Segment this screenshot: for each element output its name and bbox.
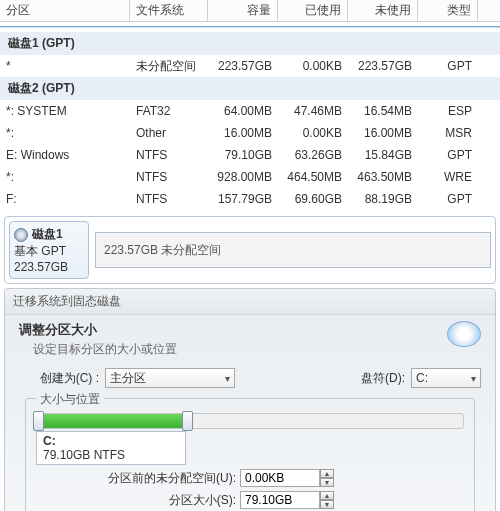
col-fs[interactable]: 文件系统 <box>130 0 208 21</box>
slider-handle-left[interactable] <box>33 411 44 431</box>
cell-p: *: SYSTEM <box>0 101 130 121</box>
cell-type: MSR <box>418 123 478 143</box>
cell-p: * <box>0 56 130 76</box>
col-partition[interactable]: 分区 <box>0 0 130 21</box>
table-row[interactable]: F:NTFS157.79GB69.60GB88.19GBGPT <box>0 188 500 210</box>
cell-fs: NTFS <box>130 145 208 165</box>
cell-p: F: <box>0 189 130 209</box>
fieldset-legend: 大小与位置 <box>36 391 104 408</box>
cell-type: GPT <box>418 145 478 165</box>
cell-type: GPT <box>418 56 478 76</box>
cell-free: 16.00MB <box>348 123 418 143</box>
divider <box>0 26 500 28</box>
wizard-icon <box>447 321 481 347</box>
table-row[interactable]: E: WindowsNTFS79.10GB63.26GB15.84GBGPT <box>0 144 500 166</box>
table-row[interactable]: *未分配空间223.57GB0.00KB223.57GBGPT <box>0 55 500 77</box>
partition-info: 79.10GB NTFS <box>43 448 179 462</box>
disk-name: 磁盘1 <box>32 226 63 243</box>
cell-fs: FAT32 <box>130 101 208 121</box>
cell-free: 223.57GB <box>348 56 418 76</box>
size-slider-track[interactable] <box>36 413 464 429</box>
slider-handle-right[interactable] <box>182 411 193 431</box>
before-label: 分区前的未分配空间(U): <box>96 470 236 487</box>
cell-cap: 79.10GB <box>208 145 278 165</box>
drive-label: 盘符(D): <box>355 370 405 387</box>
cell-p: E: Windows <box>0 145 130 165</box>
col-type[interactable]: 类型 <box>418 0 478 21</box>
cell-fs: NTFS <box>130 189 208 209</box>
cell-free: 15.84GB <box>348 145 418 165</box>
disk-visual-panel: 磁盘1 基本 GPT 223.57GB 223.57GB 未分配空间 <box>4 216 496 284</box>
cell-used: 0.00KB <box>278 56 348 76</box>
cell-cap: 928.00MB <box>208 167 278 187</box>
col-free[interactable]: 未使用 <box>348 0 418 21</box>
disk-unallocated-bar[interactable]: 223.57GB 未分配空间 <box>95 232 491 268</box>
cell-fs: Other <box>130 123 208 143</box>
wizard-heading: 调整分区大小 <box>19 321 447 339</box>
cell-used: 69.60GB <box>278 189 348 209</box>
wizard-header: 调整分区大小 设定目标分区的大小或位置 <box>19 321 481 358</box>
create-as-row: 创建为(C) : 主分区 盘符(D): C: <box>39 368 481 388</box>
cell-fs: 未分配空间 <box>130 55 208 78</box>
cell-cap: 64.00MB <box>208 101 278 121</box>
cell-cap: 157.79GB <box>208 189 278 209</box>
cell-free: 16.54MB <box>348 101 418 121</box>
table-row[interactable]: *:NTFS928.00MB464.50MB463.50MBWRE <box>0 166 500 188</box>
size-spinner[interactable]: ▲▼ <box>320 491 334 509</box>
drive-select[interactable]: C: <box>411 368 481 388</box>
cell-p: *: <box>0 123 130 143</box>
partition-name: C: <box>43 434 179 448</box>
disk-icon <box>14 228 28 242</box>
partition-table-header: 分区 文件系统 容量 已使用 未使用 类型 <box>0 0 500 22</box>
before-spinner[interactable]: ▲▼ <box>320 469 334 487</box>
before-input[interactable] <box>240 469 320 487</box>
col-cap[interactable]: 容量 <box>208 0 278 21</box>
disk-group-2[interactable]: 磁盘2 (GPT) <box>0 77 500 100</box>
cell-used: 464.50MB <box>278 167 348 187</box>
cell-fs: NTFS <box>130 167 208 187</box>
size-fieldset: 大小与位置 C: 79.10GB NTFS 分区前的未分配空间(U): ▲▼ 分… <box>25 398 475 511</box>
cell-cap: 16.00MB <box>208 123 278 143</box>
size-input[interactable] <box>240 491 320 509</box>
wizard-sub: 设定目标分区的大小或位置 <box>33 341 447 358</box>
cell-type: ESP <box>418 101 478 121</box>
size-label: 分区大小(S): <box>96 492 236 509</box>
cell-type: GPT <box>418 189 478 209</box>
partition-size-row: 分区大小(S): ▲▼ <box>96 491 464 509</box>
cell-p: *: <box>0 167 130 187</box>
table-row[interactable]: *:Other16.00MB0.00KB16.00MBMSR <box>0 122 500 144</box>
cell-used: 47.46MB <box>278 101 348 121</box>
wizard-title: 迁移系统到固态磁盘 <box>5 289 495 315</box>
col-used[interactable]: 已使用 <box>278 0 348 21</box>
table-row[interactable]: *: SYSTEMFAT3264.00MB47.46MB16.54MBESP <box>0 100 500 122</box>
size-slider-fill <box>37 414 186 428</box>
cell-cap: 223.57GB <box>208 56 278 76</box>
cell-used: 0.00KB <box>278 123 348 143</box>
disk-size: 223.57GB <box>14 260 84 274</box>
create-as-select[interactable]: 主分区 <box>105 368 235 388</box>
disk-type: 基本 GPT <box>14 243 84 260</box>
partition-rows: *未分配空间223.57GB0.00KB223.57GBGPT磁盘2 (GPT)… <box>0 55 500 210</box>
unallocated-before-row: 分区前的未分配空间(U): ▲▼ <box>96 469 464 487</box>
create-as-label: 创建为(C) : <box>39 370 99 387</box>
disk-info-card[interactable]: 磁盘1 基本 GPT 223.57GB <box>9 221 89 279</box>
cell-free: 463.50MB <box>348 167 418 187</box>
migrate-wizard: 迁移系统到固态磁盘 调整分区大小 设定目标分区的大小或位置 创建为(C) : 主… <box>4 288 496 511</box>
partition-box[interactable]: C: 79.10GB NTFS <box>36 431 186 465</box>
cell-free: 88.19GB <box>348 189 418 209</box>
cell-type: WRE <box>418 167 478 187</box>
disk-group-1[interactable]: 磁盘1 (GPT) <box>0 32 500 55</box>
cell-used: 63.26GB <box>278 145 348 165</box>
